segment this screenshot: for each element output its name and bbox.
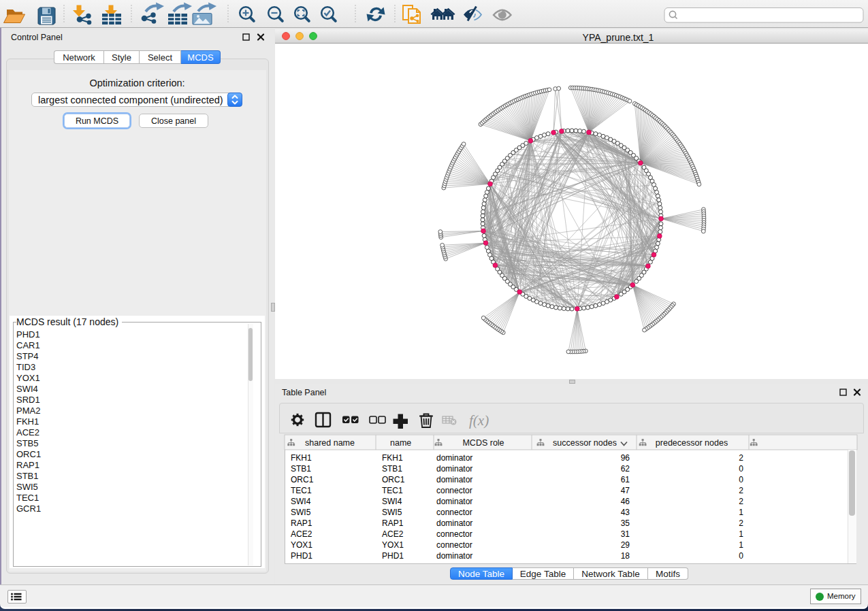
svg-text:successor nodes: successor nodes — [553, 438, 617, 448]
svg-text:f(x): f(x) — [469, 412, 489, 429]
svg-text:shared name: shared name — [305, 438, 355, 448]
svg-text:MCDS role: MCDS role — [462, 438, 504, 448]
svg-text:name: name — [390, 438, 411, 448]
svg-text:predecessor nodes: predecessor nodes — [656, 438, 728, 448]
